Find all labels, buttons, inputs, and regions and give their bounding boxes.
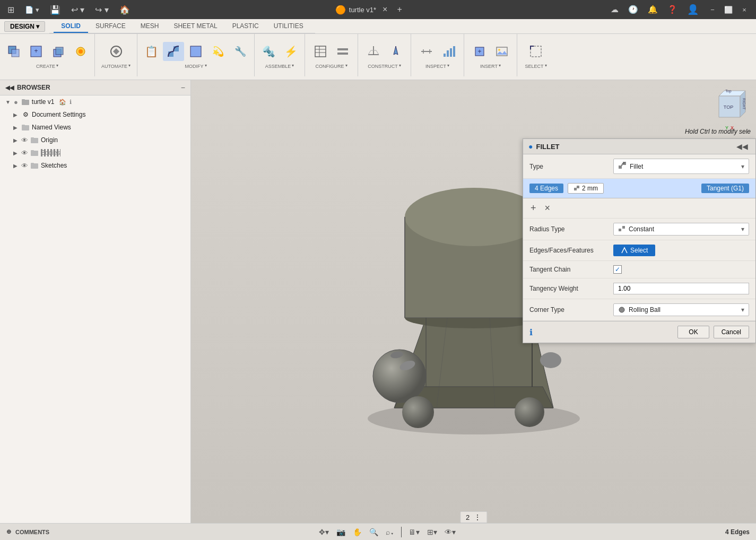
design-menu-button[interactable]: DESIGN ▾ <box>4 21 45 32</box>
panel-expand-button[interactable]: ◀◀ <box>734 142 750 151</box>
browser-collapse-button[interactable]: − <box>181 83 185 92</box>
corner-type-control[interactable]: Rolling Ball ▾ <box>613 303 749 316</box>
construct-axis-button[interactable] <box>385 42 406 61</box>
display-mode-button[interactable]: 🖥▾ <box>406 527 422 537</box>
configure-table-button[interactable] <box>310 42 331 61</box>
close-tab-button[interactable]: × <box>379 4 390 15</box>
construct-plane-button[interactable] <box>363 42 384 61</box>
tab-solid[interactable]: SOLID <box>54 20 88 33</box>
tree-toggle-sketches[interactable]: ▶ <box>12 162 19 169</box>
grid-button[interactable]: ⊞▾ <box>425 527 439 537</box>
select-button[interactable] <box>525 42 546 61</box>
inspect-measure-button[interactable] <box>416 42 437 61</box>
modify-caret: ▾ <box>205 63 207 68</box>
svg-text:Top: Top <box>725 89 731 93</box>
tree-item-bodies[interactable]: ▶ 👁 Bodies <box>0 146 190 159</box>
zoom-window-button[interactable]: 🔍 <box>367 527 380 537</box>
create-new-body-button[interactable]: + <box>25 42 47 61</box>
radius-type-control[interactable]: Constant ▾ <box>613 223 749 236</box>
fillet-cancel-button[interactable]: Cancel <box>714 326 749 338</box>
configure-params-button[interactable] <box>332 42 353 61</box>
redo-button[interactable]: ↪ ▾ <box>92 4 111 16</box>
group-automate: AUTOMATE ▾ <box>95 34 137 76</box>
eye-icon-origin[interactable]: 👁 <box>21 136 28 144</box>
fillet-type-dropdown[interactable]: Fillet ▾ <box>613 159 749 174</box>
tree-item-origin[interactable]: ▶ 👁 Origin <box>0 134 190 146</box>
tab-utilities[interactable]: UTILITIES <box>266 20 311 33</box>
edge-add-remove-row: + × <box>523 198 755 219</box>
assemble-button[interactable]: 🔩 <box>258 42 279 61</box>
create-box-button[interactable] <box>48 42 69 61</box>
insert-image-button[interactable] <box>491 42 512 61</box>
browser-header: ◀◀ BROWSER − <box>0 80 190 95</box>
tangent-chain-checkbox[interactable]: ✓ <box>613 265 622 274</box>
fillet-tangent-chain-row: Tangent Chain ✓ <box>523 261 755 278</box>
create-extrude-button[interactable] <box>3 42 24 61</box>
maximize-button[interactable]: ⬜ <box>721 4 736 15</box>
tab-sheet-metal[interactable]: SHEET METAL <box>166 20 224 33</box>
inspect-caret: ▾ <box>447 63 449 68</box>
eye-icon-turtle-v1[interactable]: ● <box>14 98 18 106</box>
tree-item-turtle-v1[interactable]: ▼ ● turtle v1 🏠 ℹ <box>0 95 190 108</box>
camera-orbit-button[interactable]: 📷 <box>334 527 347 537</box>
add-edge-button[interactable]: + <box>528 203 538 214</box>
tree-toggle-origin[interactable]: ▶ <box>12 136 19 144</box>
titlebar-center: 🟠 turtle v1* × + <box>335 4 405 15</box>
tree-toggle-named-views[interactable]: ▶ <box>12 124 19 131</box>
tree-toggle-doc-settings[interactable]: ▶ <box>12 111 19 118</box>
zoom-menu-button[interactable]: ⌕▾ <box>384 527 396 537</box>
tree-item-doc-settings[interactable]: ▶ ⚙ Document Settings <box>0 108 190 121</box>
eye-icon-bodies[interactable]: 👁 <box>21 149 28 157</box>
svg-rect-74 <box>577 186 579 188</box>
tree-toggle-bodies[interactable]: ▶ <box>12 149 19 156</box>
inspect-analysis-button[interactable] <box>438 42 459 61</box>
create-explode-button[interactable] <box>70 42 91 61</box>
tab-plastic[interactable]: PLASTIC <box>225 20 266 33</box>
modify-more-button[interactable]: 🔧 <box>230 42 251 61</box>
avatar-button[interactable]: 👤 <box>684 3 702 16</box>
move-tool-button[interactable]: ✥▾ <box>317 527 331 537</box>
page-menu-icon[interactable]: ⋮ <box>474 513 481 521</box>
tree-toggle-turtle-v1[interactable]: ▼ <box>4 98 12 106</box>
modify-shell-button[interactable]: 💫 <box>207 42 229 61</box>
tangency-weight-input[interactable] <box>613 283 749 294</box>
viewport[interactable]: Hold Ctrl to modify sele TOP Top RIGHT Y… <box>191 80 756 523</box>
select-edges-button[interactable]: Select <box>613 245 655 256</box>
comments-bar[interactable]: ⊕ COMMENTS <box>6 528 49 535</box>
corner-type-dropdown[interactable]: Rolling Ball ▾ <box>613 303 749 316</box>
close-window-button[interactable]: × <box>737 4 752 15</box>
tree-item-named-views[interactable]: ▶ Named Views <box>0 121 190 134</box>
file-menu-button[interactable]: 📄 ▾ <box>22 5 42 15</box>
modify-fillet-button[interactable] <box>163 42 184 61</box>
view-mode-button[interactable]: 👁▾ <box>442 527 458 537</box>
history-button[interactable]: 🕐 <box>625 4 641 15</box>
new-tab-button[interactable]: + <box>394 4 405 15</box>
minimize-button[interactable]: − <box>705 4 720 15</box>
comments-label: COMMENTS <box>15 529 49 535</box>
view-cube[interactable]: TOP Top RIGHT Y X <box>708 85 751 128</box>
help-button[interactable]: ❓ <box>664 4 681 15</box>
fillet-edge-row[interactable]: 4 Edges 2 mm Tangent (G1) <box>523 179 755 198</box>
eye-icon-sketches[interactable]: 👁 <box>21 162 28 170</box>
fillet-ok-button[interactable]: OK <box>677 326 709 338</box>
cloud-button[interactable]: ☁ <box>607 4 622 15</box>
automate-button[interactable] <box>106 42 127 61</box>
pan-tool-button[interactable]: ✋ <box>351 527 364 537</box>
assemble-joint-button[interactable]: ⚡ <box>280 42 301 61</box>
tab-surface[interactable]: SURFACE <box>88 20 133 33</box>
home-button[interactable]: 🏠 <box>116 4 133 16</box>
fillet-type-control[interactable]: Fillet ▾ <box>613 159 749 174</box>
modify-press-pull-button[interactable]: 📋 <box>141 42 162 61</box>
insert-button[interactable]: + <box>469 42 490 61</box>
grid-menu-button[interactable]: ⊞ <box>4 4 18 16</box>
remove-edge-button[interactable]: × <box>543 203 553 214</box>
group-select: SELECT ▾ <box>517 34 554 76</box>
save-button[interactable]: 💾 <box>47 4 64 16</box>
modify-chamfer-button[interactable] <box>185 42 206 61</box>
fillet-info-icon[interactable]: ℹ <box>529 327 533 337</box>
undo-button[interactable]: ↩ ▾ <box>68 4 88 16</box>
radius-type-dropdown[interactable]: Constant ▾ <box>613 223 749 236</box>
tree-item-sketches[interactable]: ▶ 👁 Sketches <box>0 159 190 172</box>
notifications-button[interactable]: 🔔 <box>645 4 661 15</box>
tab-mesh[interactable]: MESH <box>133 20 167 33</box>
